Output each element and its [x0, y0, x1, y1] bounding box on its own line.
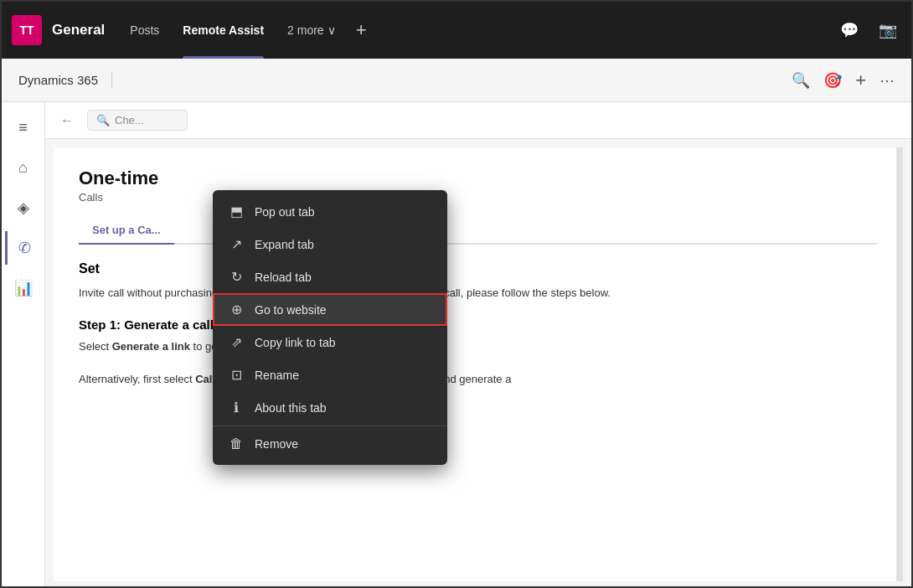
- video-icon[interactable]: 📷: [874, 17, 901, 44]
- home-icon[interactable]: ⌂: [7, 151, 40, 184]
- rename-icon: ⊡: [228, 367, 245, 383]
- tab-remote-assist[interactable]: Remote Assist: [171, 2, 276, 59]
- menu-item-go-to-website[interactable]: ⊕ Go to website: [213, 293, 447, 326]
- doc-tab-setup[interactable]: Set up a Ca...: [79, 217, 174, 245]
- chat-icon[interactable]: 💬: [836, 17, 863, 44]
- menu-label-go-to-website: Go to website: [255, 303, 327, 317]
- top-bar-right: 💬 📷: [836, 17, 901, 44]
- back-button[interactable]: ←: [54, 110, 80, 132]
- inner-nav: ← 🔍 Che...: [45, 102, 911, 139]
- target-icon[interactable]: 🎯: [823, 71, 842, 90]
- trash-icon: 🗑: [228, 436, 245, 451]
- menu-label-about-this-tab: About this tab: [255, 401, 327, 415]
- chart-icon[interactable]: 📊: [7, 271, 40, 305]
- top-bar: TT General Posts Remote Assist 2 more ∨ …: [2, 2, 911, 59]
- search-icon: 🔍: [96, 114, 110, 126]
- pop-out-icon: ⬒: [228, 204, 245, 219]
- section-heading: Set: [79, 261, 878, 276]
- main-layout: ≡ ⌂ ◈ ✆ 📊 ← 🔍 Che... One-time Calls Set …: [2, 102, 911, 588]
- menu-label-copy-link-to-tab: Copy link to tab: [255, 336, 336, 349]
- menu-item-rename[interactable]: ⊡ Rename: [213, 358, 447, 391]
- document-area: One-time Calls Set up a Ca... Set Invite…: [54, 147, 903, 581]
- tab-posts[interactable]: Posts: [118, 2, 171, 59]
- search-text: Che...: [115, 114, 144, 126]
- sub-header-actions: 🔍 🎯 + ⋯: [792, 70, 895, 91]
- scrollbar[interactable]: [896, 147, 903, 581]
- step1-body2: Alternatively, first select Call setting…: [79, 371, 878, 389]
- step1-body1: Select Generate a link to generate a gue…: [79, 338, 878, 356]
- menu-label-reload-tab: Reload tab: [255, 271, 312, 284]
- avatar: TT: [12, 15, 42, 45]
- menu-label-expand-tab: Expand tab: [255, 238, 314, 251]
- menu-item-reload-tab[interactable]: ↻ Reload tab: [213, 260, 447, 293]
- sidebar: ≡ ⌂ ◈ ✆ 📊: [2, 102, 45, 588]
- menu-item-remove[interactable]: 🗑 Remove: [213, 428, 447, 460]
- content-area: ← 🔍 Che... One-time Calls Set up a Ca...…: [45, 102, 911, 588]
- channel-name: General: [52, 22, 105, 39]
- menu-item-pop-out-tab[interactable]: ⬒ Pop out tab: [213, 195, 447, 228]
- doc-subtitle: Calls: [79, 191, 878, 204]
- breadcrumb: Dynamics 365: [18, 73, 98, 87]
- info-icon: ℹ: [228, 400, 245, 415]
- hamburger-icon[interactable]: ≡: [7, 111, 40, 144]
- step1-title: Step 1: Generate a call link: [79, 317, 878, 332]
- phone-icon[interactable]: ✆: [5, 231, 41, 265]
- sub-header: Dynamics 365 🔍 🎯 + ⋯: [2, 59, 911, 102]
- menu-label-pop-out-tab: Pop out tab: [255, 205, 315, 219]
- context-menu: ⬒ Pop out tab ↗ Expand tab ↻ Reload tab …: [213, 190, 447, 465]
- tab-more[interactable]: 2 more ∨: [276, 2, 348, 59]
- expand-icon: ↗: [228, 236, 245, 252]
- more-options-icon[interactable]: ⋯: [879, 71, 895, 90]
- menu-item-copy-link-to-tab[interactable]: ⇗ Copy link to tab: [213, 326, 447, 358]
- menu-separator: [213, 426, 447, 426]
- menu-label-remove: Remove: [255, 437, 298, 451]
- link-icon: ⇗: [228, 334, 245, 350]
- search-icon[interactable]: 🔍: [792, 71, 810, 90]
- add-icon[interactable]: +: [855, 70, 866, 91]
- reload-icon: ↻: [228, 269, 245, 285]
- add-tab-button[interactable]: +: [348, 2, 375, 59]
- cube-icon[interactable]: ◈: [7, 191, 40, 224]
- menu-item-expand-tab[interactable]: ↗ Expand tab: [213, 228, 447, 260]
- top-tabs: Posts Remote Assist 2 more ∨ +: [118, 2, 374, 59]
- doc-tab-bar: Set up a Ca...: [79, 217, 878, 245]
- doc-title: One-time: [79, 168, 878, 189]
- vertical-divider: [111, 72, 112, 89]
- menu-item-about-this-tab[interactable]: ℹ About this tab: [213, 391, 447, 424]
- body-text-1: Invite call without purchasing a Remote …: [79, 285, 878, 302]
- search-bar[interactable]: 🔍 Che...: [87, 110, 188, 131]
- globe-icon: ⊕: [228, 302, 245, 317]
- menu-label-rename: Rename: [255, 369, 299, 382]
